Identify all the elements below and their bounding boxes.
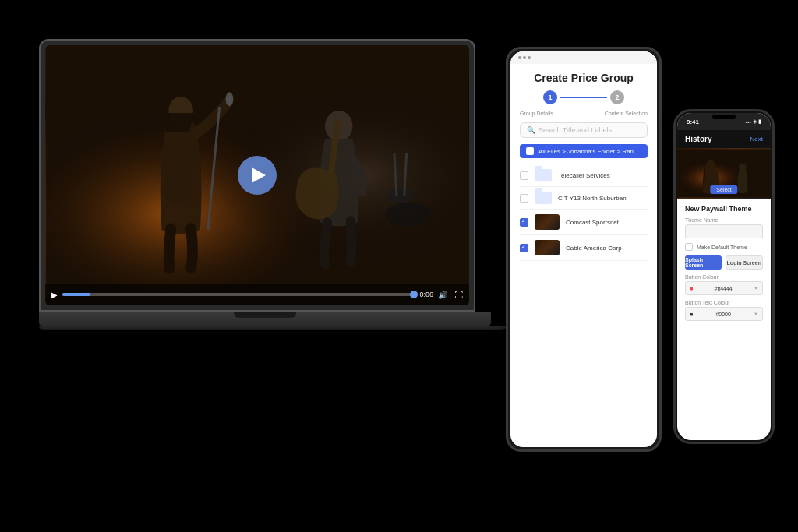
phone-button-colour-label: Button Colour (685, 274, 763, 280)
tablet-status-bar (510, 51, 657, 64)
phone-header: History Next (677, 130, 771, 148)
play-button[interactable] (238, 156, 277, 195)
file-checkbox-1[interactable] (520, 194, 528, 203)
phone-header-title: History (685, 135, 711, 143)
phone-video-thumbnail: Select (677, 148, 771, 199)
file-row-0[interactable]: Telecaller Services (520, 164, 648, 187)
folder-icon-0 (535, 169, 552, 181)
file-checkbox-3[interactable] (520, 244, 528, 252)
phone-button-colour-hex: #ff4444 (715, 286, 733, 291)
video-thumb-2 (535, 214, 560, 230)
file-row-3[interactable]: Cable America Corp (520, 235, 648, 261)
phone-theme-name-label: Theme Name (685, 217, 763, 223)
phone-video-select-button[interactable]: Select (710, 185, 737, 194)
file-row-1[interactable]: C T Y13 North Suburban (520, 187, 648, 210)
file-name-3: Cable America Corp (566, 245, 622, 252)
folder-icon-1 (535, 192, 552, 204)
wifi-icon: ◈ (753, 118, 757, 125)
phone-button-text-colour-hex: #0000 (715, 312, 730, 317)
phone-button-text-colour-select[interactable]: ■ #0000 ▼ (685, 307, 763, 321)
tablet-screen: Create Price Group 1 2 Group Details Con… (510, 51, 657, 447)
play-icon-small[interactable]: ▶ (51, 291, 58, 299)
laptop-base (39, 312, 491, 326)
svg-point-5 (225, 92, 233, 106)
progress-fill (62, 293, 90, 296)
phone-theme-name-input[interactable] (685, 224, 763, 238)
video-thumb-inner-2 (535, 214, 560, 230)
phone-default-checkbox[interactable] (685, 243, 693, 251)
laptop-foot (39, 326, 507, 330)
tablet-title: Create Price Group (520, 72, 648, 84)
svg-point-8 (385, 203, 431, 227)
tablet-dot-1 (518, 56, 521, 59)
step-2-label: Content Selection (605, 111, 648, 116)
video-background: ▶ 0:06 🔊 ⛶ (45, 45, 469, 305)
main-scene: ▶ 0:06 🔊 ⛶ (0, 0, 798, 532)
play-icon (252, 167, 266, 183)
phone-button-text-colour-value: ■ (690, 312, 693, 317)
step-labels: Group Details Content Selection (520, 111, 648, 116)
phone-default-label: Make Default Theme (697, 245, 747, 250)
step-line (560, 97, 607, 98)
phone-next-button[interactable]: Next (750, 136, 763, 143)
tablet-stepper: 1 2 (520, 90, 648, 104)
tablet-status-dots (518, 56, 531, 59)
phone-device: 9:41 ▪▪▪ ◈ ▮ History Next (673, 109, 775, 444)
phone-button-text-colour-label: Button Text Colour (685, 300, 763, 305)
laptop-body: ▶ 0:06 🔊 ⛶ (39, 39, 475, 312)
phone-content: New Paywall Theme Theme Name Make Defaul… (677, 199, 771, 332)
phone-notch (712, 115, 736, 119)
video-thumb-inner-3 (535, 240, 560, 255)
phone-screen: 9:41 ▪▪▪ ◈ ▮ History Next (677, 113, 771, 440)
phone-time: 9:41 (687, 118, 699, 125)
breadcrumb-checkbox[interactable] (526, 147, 534, 155)
phone-default-theme-row: Make Default Theme (685, 243, 763, 251)
battery-icon: ▮ (758, 118, 761, 125)
phone-section-title: New Paywall Theme (685, 205, 763, 213)
splash-screen-button[interactable]: Splash Screen (685, 255, 722, 270)
search-placeholder-text: Search Title and Labels... (538, 126, 618, 134)
file-name-1: C T Y13 North Suburban (558, 195, 627, 202)
fullscreen-icon[interactable]: ⛶ (455, 291, 463, 299)
phone-status-icons: ▪▪▪ ◈ ▮ (746, 118, 761, 125)
laptop-screen: ▶ 0:06 🔊 ⛶ (45, 45, 469, 305)
phone-screen-buttons: Splash Screen Login Screen (685, 255, 763, 270)
laptop-device: ▶ 0:06 🔊 ⛶ (39, 39, 491, 351)
file-checkbox-2[interactable] (520, 218, 528, 227)
step-1-label: Group Details (520, 111, 553, 116)
breadcrumb-text: All Files > Johanna's Folder > Random... (538, 148, 641, 155)
breadcrumb-bar[interactable]: All Files > Johanna's Folder > Random... (520, 144, 648, 158)
tablet-body: Create Price Group 1 2 Group Details Con… (506, 47, 662, 452)
phone-body: 9:41 ▪▪▪ ◈ ▮ History Next (673, 109, 775, 444)
svg-point-15 (739, 164, 747, 172)
file-name-2: Comcast Sportsnet (566, 219, 619, 226)
time-label: 0:06 (419, 291, 433, 298)
login-screen-button[interactable]: Login Screen (726, 255, 764, 270)
svg-point-9 (387, 188, 415, 203)
text-colour-chevron: ▼ (754, 312, 758, 316)
tablet-dot-3 (528, 56, 531, 59)
file-name-0: Telecaller Services (558, 172, 610, 179)
phone-button-colour-select[interactable]: ■ #ff4444 ▼ (685, 281, 763, 295)
tablet-search-bar[interactable]: 🔍 Search Title and Labels... (520, 122, 648, 138)
step-1-circle: 1 (543, 90, 557, 104)
signal-icon: ▪▪▪ (746, 119, 751, 125)
tablet-content: Create Price Group 1 2 Group Details Con… (510, 64, 657, 269)
volume-icon[interactable]: 🔊 (438, 291, 447, 299)
video-controls: ▶ 0:06 🔊 ⛶ (45, 284, 469, 305)
video-thumb-3 (535, 240, 560, 255)
search-icon: 🔍 (527, 126, 535, 134)
progress-track[interactable] (62, 293, 415, 296)
file-checkbox-0[interactable] (520, 171, 528, 180)
tablet-dot-2 (523, 56, 526, 59)
progress-dot (410, 291, 418, 298)
phone-button-colour-value: ■ (690, 286, 693, 291)
laptop-notch (234, 312, 296, 318)
tablet-device: Create Price Group 1 2 Group Details Con… (506, 47, 662, 452)
file-row-2[interactable]: Comcast Sportsnet (520, 210, 648, 235)
svg-point-14 (706, 160, 715, 171)
button-colour-chevron: ▼ (754, 286, 758, 291)
step-2-circle: 2 (610, 90, 624, 104)
